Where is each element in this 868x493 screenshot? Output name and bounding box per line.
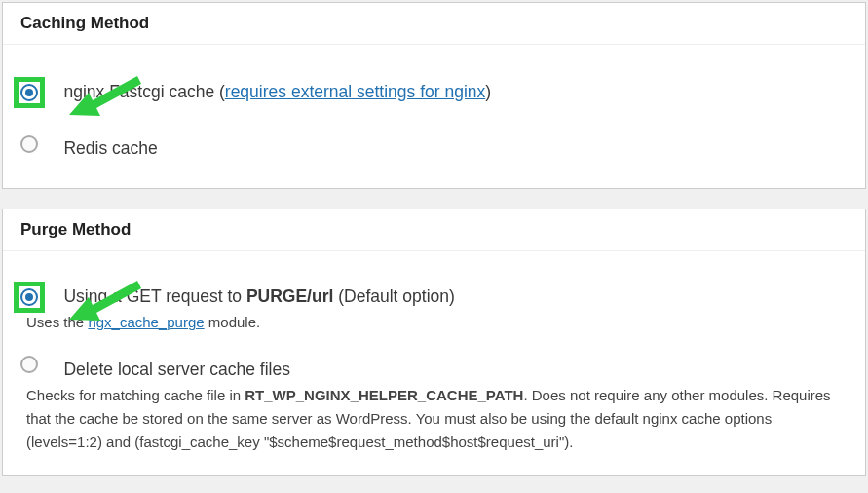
caching-method-panel: Caching Method nginx Fastcgi cache (requ…: [2, 2, 866, 189]
radio-nginx-fastcgi[interactable]: [20, 84, 38, 101]
purge-method-panel: Purge Method Using a GET request to PURG…: [2, 209, 866, 475]
ngx-cache-purge-link[interactable]: ngx_cache_purge: [88, 314, 204, 330]
caching-method-title: Caching Method: [3, 3, 865, 45]
option-get-purge-label: Using a GET request to PURGE/url (Defaul…: [63, 286, 454, 307]
option-get-purge-desc: Uses the ngx_cache_purge module.: [26, 311, 848, 334]
option-redis-cache-label: Redis cache: [63, 138, 157, 159]
option-delete-local-label: Delete local server cache files: [63, 360, 289, 380]
caching-method-body: nginx Fastcgi cache (requires external s…: [3, 45, 865, 188]
purge-method-title: Purge Method: [3, 209, 865, 251]
option-get-purge: Using a GET request to PURGE/url (Defaul…: [20, 286, 848, 307]
option-delete-local-desc: Checks for matching cache file in RT_WP_…: [26, 384, 848, 454]
option-redis-cache: Redis cache: [20, 135, 848, 159]
radio-get-purge[interactable]: [20, 288, 38, 306]
option-nginx-fastcgi-label: nginx Fastcgi cache (requires external s…: [63, 82, 491, 102]
option-nginx-fastcgi: nginx Fastcgi cache (requires external s…: [20, 82, 848, 102]
radio-delete-local[interactable]: [20, 356, 38, 373]
radio-redis-cache[interactable]: [20, 135, 38, 153]
purge-method-body: Using a GET request to PURGE/url (Defaul…: [3, 251, 865, 474]
nginx-settings-link[interactable]: requires external settings for nginx: [225, 82, 486, 101]
option-delete-local: Delete local server cache files: [20, 356, 848, 379]
